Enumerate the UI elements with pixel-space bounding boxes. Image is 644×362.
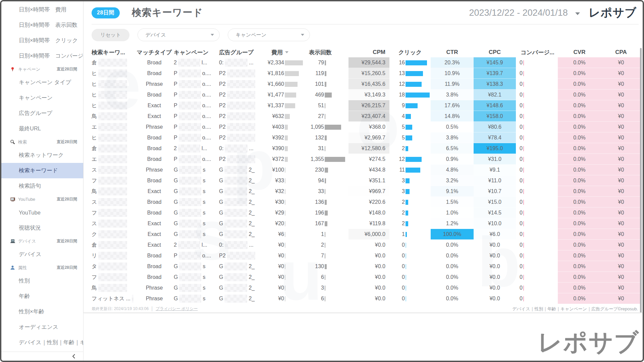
sidebar-item-youtube[interactable]: YouTube [1, 205, 83, 220]
data-bar [523, 146, 524, 151]
sidebar-item-item[interactable]: 性別×年齢 [1, 304, 83, 319]
keyword-cell: ヒ [92, 79, 135, 89]
impressions-cell: 1,095 [305, 122, 348, 132]
column-header-cost[interactable]: 費用 [262, 47, 305, 57]
cpm-cell: ¥0.0 [348, 250, 389, 261]
sidebar-section-item: デバイス直近28日間 [1, 236, 83, 247]
data-bar [325, 146, 325, 151]
keyword-cell: ク [92, 229, 135, 240]
sidebar-section-period: 直近28日間 [57, 238, 77, 244]
campaign-filter-dropdown[interactable]: キャンペーン [228, 28, 310, 41]
sidebar-item-item[interactable]: 日別×時間帯 表示回数 [1, 17, 83, 33]
cpc-cell: ¥195.0 [474, 143, 516, 154]
column-header-impressions[interactable]: 表示回数 [305, 47, 348, 57]
cpm-cell: ¥2,969.7 [348, 132, 389, 143]
sidebar-item-item[interactable]: 検索ネットワーク [1, 147, 83, 163]
sidebar-item-item[interactable]: 年齢 [1, 289, 83, 304]
redacted-text [224, 262, 247, 270]
sidebar-item-item[interactable]: 検索キーワード [1, 163, 83, 178]
clicks-cell: 0 [389, 240, 431, 250]
cpa-cell: ¥0 [601, 165, 641, 175]
match-type-cell: Exact [135, 100, 174, 111]
sidebar-item-item[interactable]: 日別×時間帯 クリック [1, 33, 83, 48]
chevron-down-icon[interactable] [575, 12, 580, 15]
sidebar-item-item[interactable]: デバイス｜性別｜年齢｜キ... [1, 335, 83, 350]
sidebar-item-item[interactable]: 視聴状況 [1, 220, 83, 236]
column-header-conversions[interactable]: コンバージ... [516, 47, 558, 57]
redacted-text [98, 220, 127, 228]
ctr-cell: 3.2% [431, 175, 474, 186]
main-area: 28日間 検索キーワード 2023/12/22 - 2024/01/18 レポサ… [84, 1, 643, 361]
clicks-cell: 5 [389, 132, 431, 143]
chevron-left-icon[interactable] [72, 354, 76, 359]
match-type-cell: Broad [135, 89, 174, 100]
ctr-cell: 9.1% [431, 186, 474, 197]
clicks-cell: 4 [389, 111, 431, 122]
campaign-cell: Gs [174, 207, 219, 218]
redacted-text [179, 155, 201, 163]
column-header-campaign[interactable]: キャンペーン [174, 47, 219, 57]
campaign-filter-label: キャンペーン [235, 32, 301, 38]
cost-cell: ¥1,660 [262, 79, 305, 89]
cpm-cell: ¥0.0 [348, 293, 389, 304]
sidebar-item-item[interactable]: 性別 [1, 273, 83, 289]
search-icon [10, 139, 15, 145]
privacy-policy-link[interactable]: プライバシー ポリシー [156, 306, 198, 311]
ctr-cell: 0.0% [431, 250, 474, 261]
redacted-text [98, 252, 127, 260]
redacted-text [178, 241, 200, 249]
data-bar [523, 168, 524, 173]
cpc-cell: ¥15.0 [474, 197, 516, 207]
column-header-ctr[interactable]: CTR [431, 47, 474, 57]
column-header-cpc[interactable]: CPC [474, 47, 516, 57]
conversions-cell: 0 [516, 272, 558, 283]
cvr-cell: 0.0% [558, 218, 601, 229]
match-type-cell: Broad [135, 68, 174, 79]
cpa-cell: ¥0 [601, 100, 641, 111]
ctr-cell: 11.9% [431, 79, 474, 89]
cvr-cell: 0.0% [558, 111, 601, 122]
column-header-cpa[interactable]: CPA [601, 47, 641, 57]
date-range-picker[interactable]: 2023/12/22 - 2024/01/18 [469, 8, 568, 18]
match-type-cell: Broad [135, 57, 174, 68]
cpm-cell: ¥351.1 [348, 175, 389, 186]
sidebar-item-item[interactable]: 広告グループ [1, 106, 83, 121]
sidebar-item-item[interactable]: キャンペーン タイプ [1, 75, 83, 90]
ctr-cell: 1.5% [431, 197, 474, 207]
campaign-cell: Gs [174, 293, 219, 304]
reset-button[interactable]: リセット [92, 29, 129, 41]
data-bar [406, 264, 406, 269]
table-row: ヒExactPo....P2¥1,33751¥26,215.7917.6%¥14… [92, 100, 643, 111]
column-header-match-type[interactable]: マッチタイプ [135, 47, 174, 57]
data-bar [325, 253, 325, 258]
redacted-text [224, 209, 247, 217]
column-header-keyword[interactable]: 検索キーワ... [92, 47, 135, 57]
sidebar-item-item[interactable]: キャンペーン [1, 90, 83, 106]
table-row: スBroadGsG2_¥30136¥220.621.5%¥15.000.0%¥0 [92, 197, 643, 207]
table-scrollbar[interactable] [640, 48, 642, 313]
sidebar-item-item[interactable]: オーディエンス [1, 319, 83, 335]
cost-cell: ¥392 [262, 132, 305, 143]
sidebar-item-item[interactable]: 日別×時間帯 コンバージョ... [1, 48, 83, 64]
sidebar-collapse-bar[interactable] [1, 352, 83, 361]
data-bar [285, 103, 295, 108]
footer-separator: │ [150, 306, 154, 311]
column-header-cvr[interactable]: CVR [558, 47, 601, 57]
sidebar-item-url[interactable]: 最終URL [1, 121, 83, 136]
column-header-ad-group[interactable]: 広告グループ [219, 47, 262, 57]
conversions-cell: 0 [516, 165, 558, 175]
column-header-clicks[interactable]: クリック [389, 47, 431, 57]
device-filter-dropdown[interactable]: デバイス [138, 28, 220, 41]
impressions-cell: 79 [305, 57, 348, 68]
cpc-cell: ¥82.1 [474, 89, 516, 100]
sidebar-item-item[interactable]: デバイス [1, 247, 83, 262]
sidebar-item-item[interactable]: 日別×時間帯 費用 [1, 2, 83, 17]
data-bar [325, 232, 325, 237]
data-bar [285, 125, 288, 130]
cvr-cell: 0.0% [558, 283, 601, 293]
column-header-cpm[interactable]: CPM [348, 47, 389, 57]
keyword-cell: エ [92, 154, 135, 165]
redacted-text [179, 295, 201, 303]
ad-group-cell: G2_ [219, 283, 262, 293]
sidebar-item-item[interactable]: 検索語句 [1, 178, 83, 194]
